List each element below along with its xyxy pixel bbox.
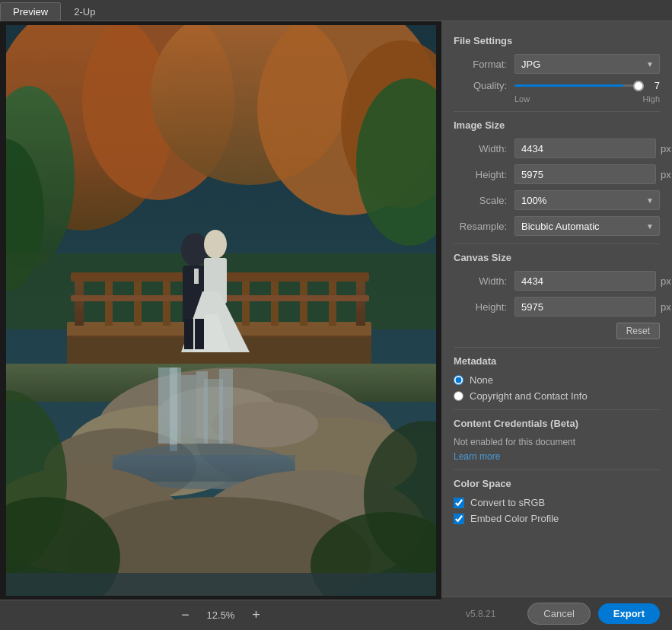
image-width-input[interactable] (514, 138, 656, 158)
preview-image (6, 25, 436, 596)
image-scale-row: Scale: 25%50%75% 100%150%200% ▼ (454, 190, 660, 210)
embed-profile-row: Embed Color Profile (454, 513, 660, 524)
convert-srgb-label[interactable]: Convert to sRGB (470, 497, 545, 508)
quality-slider-container: 7 (514, 80, 660, 91)
resample-select-wrapper: Bicubic Automatic Bicubic Sharper Bicubi… (514, 216, 660, 236)
metadata-copyright-radio[interactable] (454, 391, 463, 401)
divider-3 (454, 347, 660, 348)
image-height-unit: px (661, 169, 671, 180)
metadata-copyright-row: Copyright and Contact Info (454, 390, 660, 402)
main-content: − 12.5% + File Settings Format: JPG PNG … (0, 21, 672, 630)
canvas-width-row: Width: px (454, 271, 660, 291)
format-select-wrapper: JPG PNG GIF TIFF PSD ▼ (514, 54, 660, 74)
image-height-label: Height: (454, 169, 507, 180)
convert-srgb-row: Convert to sRGB (454, 497, 660, 508)
metadata-none-label[interactable]: None (470, 374, 493, 386)
file-settings-title: File Settings (454, 35, 660, 46)
learn-more-link[interactable]: Learn more (454, 451, 500, 462)
settings-content: File Settings Format: JPG PNG GIF TIFF P… (441, 21, 672, 597)
export-button[interactable]: Export (598, 603, 660, 624)
resample-select[interactable]: Bicubic Automatic Bicubic Sharper Bicubi… (514, 216, 660, 236)
cancel-button[interactable]: Cancel (527, 603, 590, 625)
content-credentials-title: Content Credentials (Beta) (454, 418, 660, 429)
format-select[interactable]: JPG PNG GIF TIFF PSD (514, 54, 660, 74)
image-width-label: Width: (454, 143, 507, 154)
quality-slider-thumb (633, 81, 644, 91)
format-label: Format: (454, 59, 507, 70)
metadata-title: Metadata (454, 355, 660, 367)
canvas-width-unit: px (661, 275, 671, 287)
zoom-out-icon: − (181, 607, 189, 623)
quality-low-label: Low (514, 94, 642, 103)
canvas-height-label: Height: (454, 301, 507, 313)
tab-2up-label: 2-Up (74, 6, 95, 18)
resample-row: Resample: Bicubic Automatic Bicubic Shar… (454, 216, 660, 236)
metadata-none-row: None (454, 374, 660, 386)
divider-1 (454, 111, 660, 112)
reset-row: Reset (454, 323, 660, 339)
canvas-height-input[interactable] (514, 297, 656, 317)
tab-preview[interactable]: Preview (0, 2, 61, 21)
not-enabled-text: Not enabled for this document (454, 437, 660, 447)
divider-2 (454, 243, 660, 244)
version-text: v5.8.21 (454, 609, 495, 619)
zoom-in-button[interactable]: + (247, 606, 266, 625)
image-size-title: Image Size (454, 119, 660, 131)
format-row: Format: JPG PNG GIF TIFF PSD ▼ (454, 54, 660, 74)
image-scale-label: Scale: (454, 195, 507, 206)
color-space-title: Color Space (454, 478, 660, 489)
zoom-out-button[interactable]: − (177, 606, 195, 625)
tabs-bar: Preview 2-Up (0, 0, 672, 21)
zoom-value: 12.5% (204, 609, 238, 621)
resample-label: Resample: (454, 221, 507, 232)
image-width-unit: px (661, 143, 671, 154)
quality-slider[interactable] (514, 84, 639, 87)
image-height-input[interactable] (514, 164, 656, 184)
quality-row: Quality: 7 (454, 80, 660, 91)
scale-select-wrapper: 25%50%75% 100%150%200% ▼ (514, 190, 660, 210)
preview-controls: − 12.5% + (0, 600, 441, 630)
canvas-width-input[interactable] (514, 271, 656, 291)
convert-srgb-checkbox[interactable] (454, 498, 464, 508)
canvas-height-row: Height: px (454, 297, 660, 317)
quality-label: Quality: (454, 80, 507, 91)
svg-rect-59 (6, 25, 436, 596)
canvas-size-title: Canvas Size (454, 252, 660, 263)
quality-range-labels: Low High (454, 94, 660, 103)
embed-profile-checkbox[interactable] (454, 514, 464, 524)
image-height-row: Height: px (454, 164, 660, 184)
settings-panel: File Settings Format: JPG PNG GIF TIFF P… (441, 21, 672, 630)
divider-5 (454, 469, 660, 470)
tab-2up[interactable]: 2-Up (61, 2, 108, 21)
scale-select[interactable]: 25%50%75% 100%150%200% (514, 190, 660, 210)
canvas-height-unit: px (661, 301, 671, 313)
metadata-copyright-label[interactable]: Copyright and Contact Info (470, 390, 588, 402)
bottom-bar: v5.8.21 Cancel Export (441, 597, 672, 630)
reset-button[interactable]: Reset (616, 323, 660, 339)
preview-image-container (0, 21, 441, 600)
quality-value: 7 (645, 80, 660, 91)
metadata-none-radio[interactable] (454, 375, 463, 385)
embed-profile-label[interactable]: Embed Color Profile (470, 513, 559, 524)
divider-4 (454, 409, 660, 410)
image-width-row: Width: px (454, 138, 660, 158)
quality-high-label: High (642, 94, 660, 103)
quality-slider-fill (514, 84, 623, 87)
tab-preview-label: Preview (13, 6, 48, 18)
preview-panel: − 12.5% + (0, 21, 441, 630)
canvas-width-label: Width: (454, 275, 507, 287)
zoom-in-icon: + (252, 607, 260, 623)
